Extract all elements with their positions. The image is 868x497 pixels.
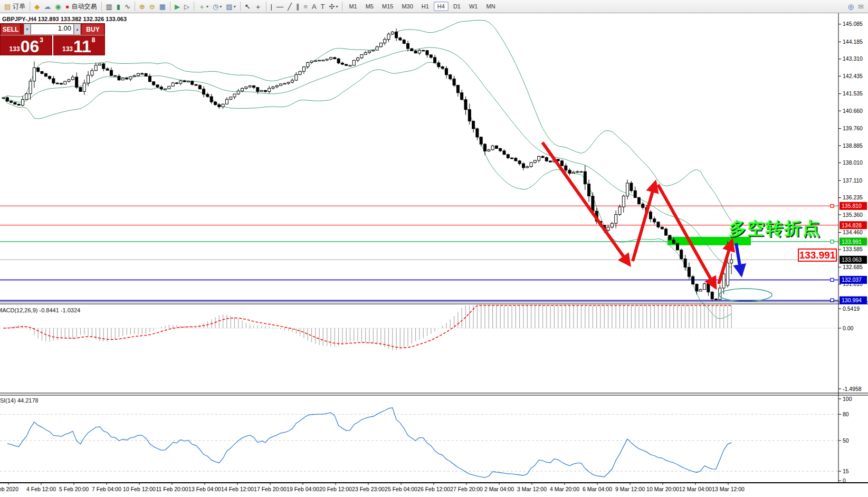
bearish-candle bbox=[461, 93, 463, 100]
bearish-candle bbox=[75, 77, 78, 88]
search-button[interactable]: ◎ bbox=[846, 1, 856, 12]
template-button[interactable]: ▨▾ bbox=[224, 1, 237, 12]
bearish-candle bbox=[437, 63, 440, 66]
cloud-button[interactable]: ☁ bbox=[42, 1, 53, 12]
periods-icon: ◷ bbox=[213, 3, 218, 10]
price-chart-canvas[interactable]: 145.085144.185143.310142.435141.535140.6… bbox=[0, 13, 868, 497]
bearish-candle bbox=[464, 100, 467, 110]
buy-button[interactable]: BUY bbox=[81, 24, 104, 35]
trend-arrow bbox=[658, 185, 716, 288]
tile-windows-button[interactable]: ▦ bbox=[157, 1, 168, 12]
bullish-candle bbox=[488, 150, 490, 151]
chevron-down-icon[interactable]: ▾ bbox=[220, 4, 222, 9]
cursor-button[interactable]: ↖ bbox=[243, 1, 253, 12]
timeframe-button-h1[interactable]: H1 bbox=[418, 2, 433, 11]
auto-scroll-button[interactable]: ▶ bbox=[173, 1, 182, 12]
bullish-candle bbox=[245, 87, 247, 89]
channel-button[interactable]: ∥ bbox=[294, 1, 302, 12]
bearish-candle bbox=[588, 184, 590, 196]
timeframe-button-m5[interactable]: M5 bbox=[362, 2, 377, 11]
bullish-candle bbox=[314, 61, 317, 62]
timeframe-button-d1[interactable]: D1 bbox=[450, 2, 464, 11]
price-tick-label: 144.185 bbox=[843, 39, 863, 45]
line-chart-button[interactable]: ∿ bbox=[122, 1, 132, 12]
bar-chart-button[interactable]: ▥ bbox=[104, 1, 115, 12]
horizontal-line-button[interactable]: — bbox=[274, 1, 285, 12]
zoom-in-button[interactable]: ⊕ bbox=[137, 1, 147, 12]
bearish-candle bbox=[203, 89, 205, 94]
periods-button[interactable]: ◷▾ bbox=[211, 1, 224, 12]
new-order-icon: ▤ bbox=[4, 3, 11, 10]
bearish-candle bbox=[665, 229, 667, 235]
bearish-candle bbox=[49, 77, 51, 79]
timeframe-button-m30[interactable]: M30 bbox=[398, 2, 416, 11]
bullish-candle bbox=[618, 207, 621, 214]
market-button[interactable]: ◆ bbox=[32, 1, 42, 12]
mt4-window: ▤订单◆☁◉●自动交易▥▮∿⊕⊖▦▶▷＋▾◷▾▨▾↖＋|—╱∥≡AT✣▾M1M5… bbox=[0, 0, 868, 497]
bullish-candle bbox=[71, 77, 74, 80]
channel-icon: ∥ bbox=[296, 3, 300, 10]
label-button[interactable]: T bbox=[319, 1, 327, 12]
trendline-button[interactable]: ╱ bbox=[285, 1, 294, 12]
bearish-candle bbox=[692, 276, 694, 284]
volume-decrease-button[interactable]: ▼ bbox=[24, 24, 31, 35]
autotrade-button[interactable]: ●自动交易 bbox=[63, 1, 99, 12]
indicators-button[interactable]: ＋▾ bbox=[196, 1, 211, 12]
bullish-candle bbox=[538, 156, 540, 160]
timeframe-button-mn[interactable]: MN bbox=[482, 2, 499, 11]
fibonacci-button[interactable]: ≡ bbox=[301, 1, 310, 12]
new-order-button[interactable]: ▤订单 bbox=[2, 1, 27, 12]
turning-point-annotation[interactable]: 多空转折点 bbox=[729, 217, 821, 241]
fibonacci-icon: ≡ bbox=[303, 3, 308, 10]
signal-button[interactable]: ◉ bbox=[53, 1, 63, 12]
bearish-candle bbox=[152, 82, 155, 85]
arrows-button[interactable]: ✣▾ bbox=[327, 1, 340, 12]
bullish-candle bbox=[357, 58, 359, 61]
chart-shift-button[interactable]: ▷ bbox=[182, 1, 192, 12]
crosshair-button[interactable]: ＋ bbox=[253, 1, 264, 12]
sell-button[interactable]: SELL bbox=[1, 24, 21, 35]
timeframe-button-h4[interactable]: H4 bbox=[434, 2, 449, 11]
bullish-candle bbox=[372, 50, 375, 51]
bearish-candle bbox=[17, 104, 20, 106]
sell-price[interactable]: 133 06 3 bbox=[1, 35, 53, 55]
bullish-candle bbox=[168, 86, 170, 89]
chevron-down-icon[interactable]: ▾ bbox=[234, 4, 236, 9]
bullish-candle bbox=[364, 53, 367, 55]
timeframe-button-w1[interactable]: W1 bbox=[465, 2, 482, 11]
bullish-candle bbox=[272, 87, 274, 89]
bullish-candle bbox=[179, 81, 182, 83]
bearish-candle bbox=[549, 161, 552, 162]
candlestick-icon: ▮ bbox=[117, 3, 120, 10]
vertical-line-button[interactable]: | bbox=[269, 1, 274, 12]
volume-input[interactable]: 1.00 bbox=[31, 24, 74, 35]
bullish-candle bbox=[387, 34, 390, 40]
time-tick-label: 13 Feb 04:00 bbox=[188, 486, 221, 492]
timeframe-button-m1[interactable]: M1 bbox=[345, 2, 360, 11]
text-button[interactable]: A bbox=[310, 1, 319, 12]
time-tick-label: 6 Mar 04:00 bbox=[583, 486, 612, 492]
chevron-down-icon[interactable]: ▾ bbox=[336, 4, 338, 9]
candlestick-button[interactable]: ▮ bbox=[115, 1, 122, 12]
timeframe-button-m15[interactable]: M15 bbox=[378, 2, 397, 11]
price-badge-132.037: 132.037 bbox=[840, 276, 867, 284]
chart-area: 145.085144.185143.310142.435141.535140.6… bbox=[0, 13, 868, 497]
bullish-candle bbox=[580, 171, 583, 173]
bullish-candle bbox=[133, 75, 136, 77]
bullish-candle bbox=[726, 263, 729, 285]
chevron-down-icon[interactable]: ▾ bbox=[206, 4, 208, 9]
bearish-candle bbox=[126, 78, 128, 79]
chat-button[interactable]: ✉ bbox=[856, 1, 866, 12]
bearish-candle bbox=[206, 94, 209, 97]
tile-windows-icon: ▦ bbox=[159, 3, 166, 10]
bullish-candle bbox=[533, 160, 536, 163]
bullish-candle bbox=[137, 73, 140, 75]
volume-increase-button[interactable]: ▲ bbox=[74, 24, 81, 35]
buy-price[interactable]: 133 11 8 bbox=[53, 35, 105, 55]
bearish-candle bbox=[472, 121, 475, 129]
zoom-out-button[interactable]: ⊖ bbox=[147, 1, 157, 12]
bearish-candle bbox=[102, 64, 105, 69]
time-tick-label: 10 Feb 12:00 bbox=[123, 486, 156, 492]
bullish-candle bbox=[611, 223, 613, 227]
price-tag-133991[interactable]: 133.991 bbox=[798, 248, 837, 262]
